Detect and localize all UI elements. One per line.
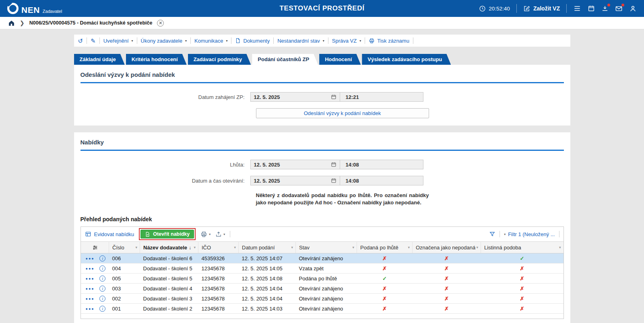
- sort-desc-icon: ↓: [189, 245, 191, 251]
- toolbar-item-komunikace[interactable]: Komunikace▾: [194, 38, 228, 44]
- offers-table-body: ●●● i 006 Dodavatel - školení 6 45359326…: [81, 253, 564, 314]
- row-menu-icon[interactable]: ●●●: [86, 267, 95, 271]
- table-row[interactable]: ●●● i 003 Dodavatel - školení 4 12345678…: [81, 284, 564, 294]
- row-info-icon[interactable]: i: [99, 276, 105, 282]
- toolbar-item-ukony-zadavatele[interactable]: Úkony zadavatele▾: [141, 38, 187, 44]
- calendar-icon[interactable]: [331, 178, 336, 183]
- tab[interactable]: Hodnocení: [319, 54, 361, 65]
- clock: 20:52:40: [479, 5, 510, 12]
- table-row[interactable]: ●●● i 004 Dodavatel - školení 5 12345678…: [81, 263, 564, 274]
- filter-funnel-icon[interactable]: [489, 231, 495, 237]
- cell-listinna-podoba-flag: ✗: [481, 263, 564, 274]
- cell-datum-podani: 12. 5. 2025 14:08: [239, 274, 296, 284]
- cell-oznacena-nepodana-flag: ✗: [413, 294, 481, 304]
- menu-icon[interactable]: [573, 4, 581, 12]
- create-vz-button[interactable]: Založit VZ: [523, 5, 560, 12]
- calendar-icon[interactable]: [331, 94, 336, 100]
- lhuta-date-input[interactable]: 12. 5. 2025: [250, 160, 340, 169]
- breadcrumb-record[interactable]: N006/25/V00004575 - Domácí kuchyňské spo…: [29, 20, 153, 26]
- divider: [99, 37, 100, 44]
- print-grid-button[interactable]: ▾: [200, 231, 211, 238]
- otevrit-nabidky-highlight: Otevřít nabídky: [139, 228, 196, 240]
- table-row[interactable]: ●●● i 005 Dodavatel - školení 5 12345678…: [81, 274, 564, 284]
- section-title: Nabídky: [80, 137, 564, 151]
- table-row[interactable]: ●●● i 006 Dodavatel - školení 6 45359326…: [81, 253, 564, 263]
- datum-zahajeni-time-input[interactable]: 12:21: [340, 92, 423, 102]
- filter-caret-icon[interactable]: ▾: [408, 245, 410, 249]
- toolbar-item-nestandardni-stav[interactable]: Nestandardní stav▾: [277, 38, 324, 44]
- divider: [230, 231, 230, 237]
- cell-podana-po-lhute-flag: ✗: [357, 253, 413, 263]
- toolbar-item-dokumenty[interactable]: Dokumenty: [235, 38, 270, 44]
- offers-table: Číslo▾ Název dodavatele↓▾ IČO▾ Datum pod…: [81, 241, 564, 314]
- lhuta-time-input[interactable]: 14:08: [340, 160, 423, 169]
- calendar-icon[interactable]: [331, 162, 336, 167]
- printer-icon: [369, 38, 375, 44]
- row-menu-icon[interactable]: ●●●: [86, 277, 95, 281]
- table-row[interactable]: ●●● i 002 Dodavatel - školení 3 12345678…: [81, 294, 564, 304]
- tab[interactable]: Podání účastníků ZP: [252, 54, 318, 65]
- filter-caret-icon[interactable]: ▾: [291, 245, 293, 249]
- downloads-badge: [607, 4, 610, 6]
- row-info-icon[interactable]: i: [99, 265, 105, 272]
- close-record-icon[interactable]: ✕: [157, 20, 164, 27]
- column-header-datum-podani[interactable]: Datum podání▾: [239, 242, 296, 253]
- tab[interactable]: Výsledek zadávacího postupu: [362, 54, 451, 65]
- filter-caret-icon[interactable]: ▾: [476, 245, 478, 249]
- downloads-icon[interactable]: [601, 5, 609, 12]
- filter-caret-icon[interactable]: ▾: [234, 245, 236, 249]
- datum-zahajeni-date-input[interactable]: 12. 5. 2025: [250, 92, 340, 102]
- toolbar-item-uverejneni[interactable]: Uveřejnění▾: [103, 38, 133, 44]
- row-menu-icon[interactable]: ●●●: [86, 307, 95, 311]
- filter-caret-icon[interactable]: ▾: [194, 245, 196, 249]
- oteviranie-date-input[interactable]: 12. 5. 2025: [250, 176, 340, 185]
- tab[interactable]: Kritéria hodnocení: [126, 54, 187, 65]
- row-info-icon[interactable]: i: [99, 286, 105, 292]
- filter-caret-icon[interactable]: ▾: [559, 245, 561, 249]
- oteviranie-time-input[interactable]: 14:08: [340, 176, 423, 185]
- cell-cislo: 005: [109, 274, 140, 284]
- otevrit-nabidky-button[interactable]: Otevřít nabídky: [140, 230, 194, 239]
- home-icon[interactable]: [8, 20, 15, 27]
- column-header-nazev[interactable]: Název dodavatele↓▾: [140, 242, 198, 253]
- column-header-listinna-podoba[interactable]: Listinná podoba▾: [481, 242, 564, 253]
- filter-caret-icon[interactable]: ▾: [135, 245, 137, 249]
- messages-icon[interactable]: [615, 5, 623, 12]
- export-button[interactable]: ▾: [215, 231, 225, 237]
- chevron-down-icon: ▾: [185, 39, 187, 43]
- row-menu-icon[interactable]: ●●●: [86, 287, 95, 291]
- table-row[interactable]: ●●● i 001 Dodavatel - školení 2 12345678…: [81, 304, 564, 314]
- history-icon[interactable]: ↺: [78, 38, 83, 44]
- row-info-icon[interactable]: i: [99, 296, 105, 302]
- column-header-podana-po-lhute[interactable]: Podaná po lhůtě▾: [357, 242, 413, 253]
- column-header-stav[interactable]: Stav▾: [296, 242, 357, 253]
- toolbar-item-sprava-vz[interactable]: Správa VZ▾: [332, 38, 361, 44]
- late-offer-warning: Některý z dodavatelů podal nabídku po lh…: [256, 192, 429, 206]
- grid-footer: [81, 314, 564, 319]
- column-settings-icon[interactable]: [92, 245, 98, 251]
- offers-table-title: Přehled podaných nabídek: [80, 216, 564, 222]
- column-header-oznacena-nepodana[interactable]: Označena jako nepodaná▾: [413, 242, 481, 253]
- column-header-ico[interactable]: IČO▾: [198, 242, 239, 253]
- active-filter[interactable]: ▾Filtr 1 (Neuložený ...: [504, 231, 555, 237]
- row-menu-icon[interactable]: ●●●: [86, 297, 95, 301]
- cell-datum-podani: 12. 5. 2025 14:03: [239, 304, 296, 314]
- grid-toolbar: Evidovat nabídku Otevřít nabídky ▾: [81, 227, 564, 241]
- edit-icon[interactable]: ✎: [91, 38, 96, 44]
- cell-listinna-podoba-flag: ✗: [481, 294, 564, 304]
- filter-caret-icon[interactable]: ▾: [352, 245, 354, 249]
- topbar: NEN Zadavatel TESTOVACÍ PROSTŘEDÍ 20:52:…: [0, 0, 644, 17]
- row-menu-icon[interactable]: ●●●: [86, 257, 95, 261]
- row-info-icon[interactable]: i: [99, 306, 105, 312]
- row-info-icon[interactable]: i: [99, 255, 105, 261]
- topbar-actions: 20:52:40 Založit VZ: [479, 4, 637, 13]
- calendar-icon[interactable]: [588, 5, 595, 12]
- brand[interactable]: NEN Zadavatel: [7, 3, 62, 14]
- toolbar-item-tisk-zaznamu[interactable]: Tisk záznamu: [369, 38, 409, 44]
- user-icon[interactable]: [629, 5, 637, 12]
- odeslani-vyzvy-button[interactable]: Odeslání výzvy k podání nabídek: [256, 108, 429, 118]
- tab[interactable]: Základní údaje: [74, 54, 125, 65]
- evidovat-nabidku-button[interactable]: Evidovat nabídku: [85, 231, 134, 237]
- tab[interactable]: Zadávací podmínky: [188, 54, 251, 65]
- column-header-cislo[interactable]: Číslo▾: [109, 242, 140, 253]
